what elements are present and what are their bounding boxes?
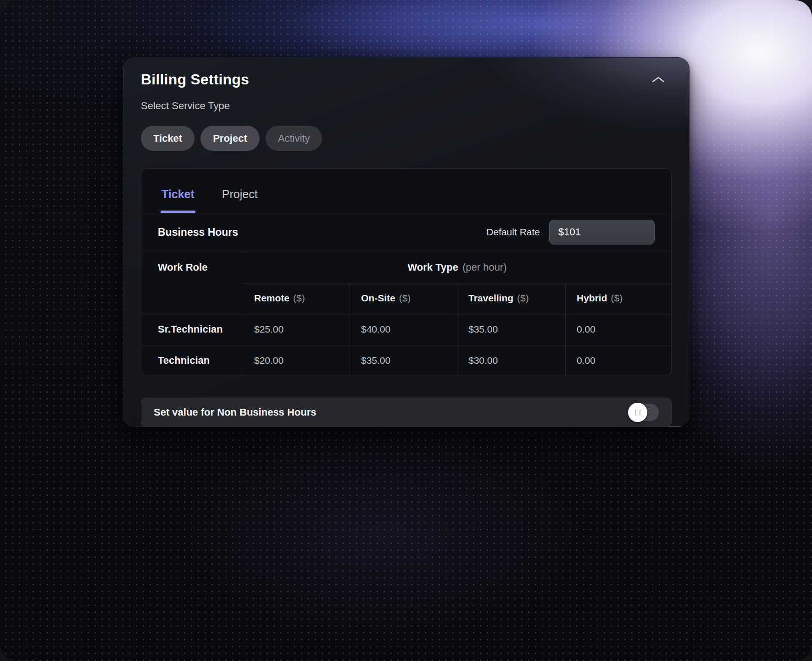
rate-cell-sr-hybrid[interactable]: 0.00 xyxy=(566,313,671,345)
column-header-on-site: On-Site ($) xyxy=(350,283,457,313)
billing-settings-panel: Billing Settings Select Service Type Tic… xyxy=(123,57,690,427)
row-label-sr-technician: Sr.Technician xyxy=(141,313,243,345)
rate-cell-tech-remote[interactable]: $20.00 xyxy=(243,345,350,376)
column-header-remote: Remote ($) xyxy=(243,283,350,313)
per-hour-note: (per hour) xyxy=(462,261,507,273)
page-title: Billing Settings xyxy=(141,71,249,88)
non-business-hours-label: Set value for Non Business Hours xyxy=(154,406,317,418)
row-label-technician: Technician xyxy=(141,345,243,376)
work-type-header: Work Type (per hour) xyxy=(243,251,671,283)
collapse-button[interactable] xyxy=(649,72,668,88)
tab-bar: Ticket Project xyxy=(141,169,671,213)
service-type-pill-ticket[interactable]: Ticket xyxy=(141,126,195,151)
rates-table: Work Role Work Type (per hour) Remote ($… xyxy=(141,251,671,376)
column-header-hybrid: Hybrid ($) xyxy=(566,283,671,313)
panel-header: Billing Settings xyxy=(141,71,672,88)
column-header-travelling: Travelling ($) xyxy=(457,283,566,313)
work-type-header-label: Work Type xyxy=(407,261,458,273)
app-window: Billing Settings Select Service Type Tic… xyxy=(0,0,812,661)
service-type-pill-group: Ticket Project Activity xyxy=(141,126,672,151)
business-hours-label: Business Hours xyxy=(158,226,238,239)
select-service-type-label: Select Service Type xyxy=(141,100,672,112)
service-type-pill-project[interactable]: Project xyxy=(200,126,260,151)
default-rate-input[interactable] xyxy=(549,220,655,244)
tab-ticket[interactable]: Ticket xyxy=(161,175,195,213)
toggle-knob xyxy=(628,403,647,422)
chevron-up-icon xyxy=(651,76,665,83)
work-role-header: Work Role xyxy=(141,251,243,313)
rate-cell-sr-remote[interactable]: $25.00 xyxy=(243,313,350,345)
rate-cell-tech-travelling[interactable]: $30.00 xyxy=(457,345,566,376)
tab-project[interactable]: Project xyxy=(221,175,259,213)
billing-rates-card: Ticket Project Business Hours Default Ra… xyxy=(141,168,672,376)
business-hours-row: Business Hours Default Rate xyxy=(141,213,671,251)
rate-cell-sr-on-site[interactable]: $40.00 xyxy=(350,313,457,345)
service-type-pill-activity[interactable]: Activity xyxy=(266,126,323,151)
rate-cell-tech-hybrid[interactable]: 0.00 xyxy=(566,345,671,376)
non-business-hours-toggle[interactable] xyxy=(628,404,659,421)
default-rate-label: Default Rate xyxy=(486,227,540,238)
grip-lines-icon xyxy=(635,410,640,416)
rate-cell-sr-travelling[interactable]: $35.00 xyxy=(457,313,566,345)
rate-cell-tech-on-site[interactable]: $35.00 xyxy=(350,345,457,376)
non-business-hours-row: Set value for Non Business Hours xyxy=(141,398,672,427)
default-rate-group: Default Rate xyxy=(486,220,655,244)
